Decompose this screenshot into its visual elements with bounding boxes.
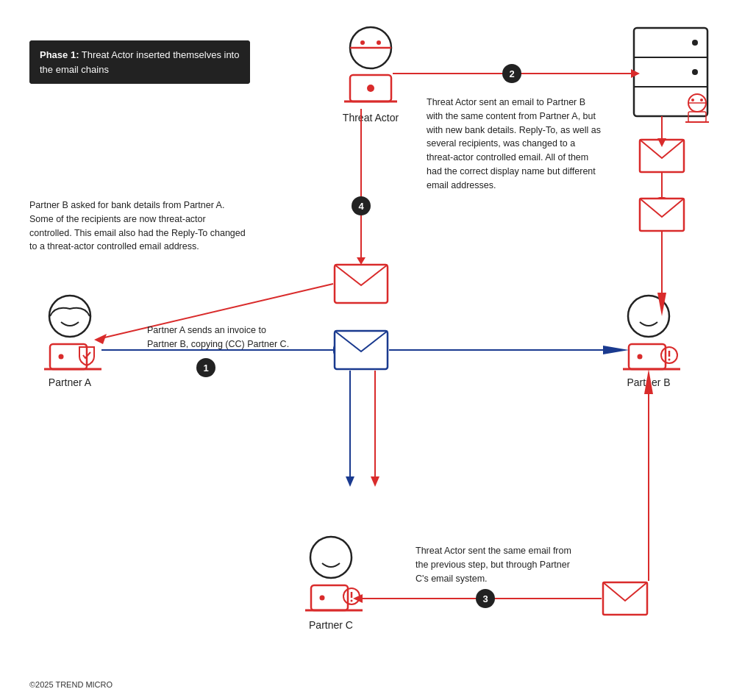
svg-marker-68 [371, 476, 379, 487]
svg-point-10 [59, 354, 64, 360]
svg-point-8 [49, 296, 90, 337]
svg-point-36 [691, 99, 694, 101]
svg-marker-62 [357, 257, 365, 265]
diagram-container: Phase 1: Threat Actor inserted themselve… [0, 0, 756, 700]
svg-rect-14 [629, 344, 666, 369]
phase-label: Phase 1: Threat Actor inserted themselve… [29, 40, 250, 84]
svg-point-18 [668, 359, 671, 361]
svg-point-2 [360, 40, 365, 45]
diagram-svg: Threat Actor Partner A Partner B [0, 0, 756, 700]
svg-point-15 [638, 354, 643, 360]
svg-point-33 [692, 69, 698, 75]
svg-point-21 [310, 537, 352, 578]
svg-marker-57 [603, 346, 629, 354]
svg-text:Partner A: Partner A [49, 376, 92, 388]
svg-text:Partner C: Partner C [309, 619, 353, 631]
svg-point-3 [377, 40, 381, 45]
phase-bold: Phase 1: [40, 49, 79, 60]
copyright: ©2025 TREND MICRO [29, 680, 113, 689]
annotation-step4: Partner B asked for bank details from Pa… [29, 199, 250, 254]
svg-marker-66 [346, 476, 354, 487]
annotation-step3: Threat Actor sent the same email from th… [416, 544, 585, 585]
svg-rect-22 [311, 585, 348, 610]
svg-marker-45 [631, 69, 640, 78]
svg-point-37 [700, 99, 703, 101]
svg-point-26 [351, 600, 353, 602]
svg-text:1: 1 [203, 362, 208, 374]
svg-text:4: 4 [358, 201, 364, 212]
svg-marker-49 [657, 138, 666, 147]
annotation-step2: Threat Actor sent an email to Partner B … [427, 96, 603, 192]
svg-rect-9 [50, 344, 87, 369]
annotation-step1: Partner A sends an invoice to Partner B,… [147, 324, 294, 351]
svg-text:2: 2 [509, 68, 514, 79]
svg-text:Threat Actor: Threat Actor [343, 112, 399, 124]
svg-point-23 [320, 596, 325, 601]
svg-marker-60 [94, 334, 107, 344]
svg-point-5 [367, 85, 374, 92]
svg-text:3: 3 [482, 593, 488, 604]
svg-point-32 [692, 40, 698, 46]
